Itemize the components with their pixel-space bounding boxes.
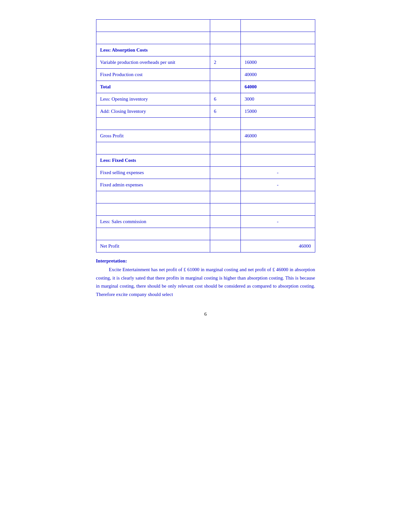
table-row — [96, 142, 315, 154]
table-row: Less: Sales commission- — [96, 216, 315, 228]
table-row — [96, 20, 315, 32]
interpretation-text: Excite Entertainment has net profit of £… — [96, 266, 315, 299]
cell-value: - — [240, 167, 315, 179]
cell-mid — [210, 167, 240, 179]
cell-value — [240, 228, 315, 240]
cell-mid — [210, 130, 240, 142]
cell-label: Less: Opening inventory — [96, 93, 210, 105]
table-row: Less: Opening inventory63000 — [96, 93, 315, 105]
cell-value — [240, 44, 315, 56]
main-table-container: Less: Absorption CostsVariable productio… — [96, 19, 315, 252]
interpretation-title: Interpretation: — [96, 258, 315, 264]
cell-value: 46000 — [240, 240, 315, 252]
cell-label: Add: Closing Inventory — [96, 105, 210, 118]
page-number: 6 — [32, 311, 379, 317]
table-row: Fixed admin expenses- — [96, 179, 315, 191]
absorption-costing-table: Less: Absorption CostsVariable productio… — [96, 19, 315, 252]
cell-mid — [210, 118, 240, 130]
cell-label: Less: Fixed Costs — [96, 154, 210, 167]
table-row: Variable production overheads per unit21… — [96, 56, 315, 69]
cell-value — [240, 191, 315, 203]
cell-mid — [210, 216, 240, 228]
table-row — [96, 118, 315, 130]
table-row: Less: Fixed Costs — [96, 154, 315, 167]
cell-mid — [210, 240, 240, 252]
cell-mid — [210, 81, 240, 93]
table-row: Add: Closing Inventory615000 — [96, 105, 315, 118]
table-row: Fixed Production cost40000 — [96, 69, 315, 81]
cell-value: 46000 — [240, 130, 315, 142]
cell-value: - — [240, 216, 315, 228]
cell-mid — [210, 228, 240, 240]
cell-value — [240, 154, 315, 167]
cell-value — [240, 20, 315, 32]
cell-value: 3000 — [240, 93, 315, 105]
cell-value: 16000 — [240, 56, 315, 69]
cell-value — [240, 142, 315, 154]
cell-label: Net Profit — [96, 240, 210, 252]
cell-label — [96, 228, 210, 240]
table-row: Less: Absorption Costs — [96, 44, 315, 56]
cell-label: Less: Absorption Costs — [96, 44, 210, 56]
cell-value: 15000 — [240, 105, 315, 118]
cell-mid: 2 — [210, 56, 240, 69]
cell-label: Fixed admin expenses — [96, 179, 210, 191]
cell-value — [240, 118, 315, 130]
cell-label — [96, 32, 210, 44]
cell-mid — [210, 154, 240, 167]
cell-label — [96, 118, 210, 130]
cell-mid — [210, 142, 240, 154]
cell-label: Gross Profit — [96, 130, 210, 142]
cell-mid: 6 — [210, 105, 240, 118]
cell-mid — [210, 20, 240, 32]
cell-label: Variable production overheads per unit — [96, 56, 210, 69]
cell-mid — [210, 32, 240, 44]
cell-mid — [210, 69, 240, 81]
table-row — [96, 32, 315, 44]
table-row: Total64000 — [96, 81, 315, 93]
cell-value: - — [240, 179, 315, 191]
cell-label: Less: Sales commission — [96, 216, 210, 228]
cell-mid — [210, 191, 240, 203]
table-row: Fixed selling expenses- — [96, 167, 315, 179]
cell-label: Total — [96, 81, 210, 93]
table-row: Net Profit46000 — [96, 240, 315, 252]
table-row — [96, 191, 315, 203]
cell-label: Fixed selling expenses — [96, 167, 210, 179]
table-row — [96, 228, 315, 240]
cell-label — [96, 20, 210, 32]
table-row: Gross Profit46000 — [96, 130, 315, 142]
cell-label — [96, 203, 210, 216]
cell-label: Fixed Production cost — [96, 69, 210, 81]
cell-mid — [210, 44, 240, 56]
cell-mid: 6 — [210, 93, 240, 105]
cell-mid — [210, 179, 240, 191]
cell-mid — [210, 203, 240, 216]
cell-label — [96, 191, 210, 203]
cell-value — [240, 203, 315, 216]
cell-value: 40000 — [240, 69, 315, 81]
table-row — [96, 203, 315, 216]
interpretation-section: Interpretation: Excite Entertainment has… — [96, 258, 315, 299]
cell-value: 64000 — [240, 81, 315, 93]
cell-value — [240, 32, 315, 44]
cell-label — [96, 142, 210, 154]
